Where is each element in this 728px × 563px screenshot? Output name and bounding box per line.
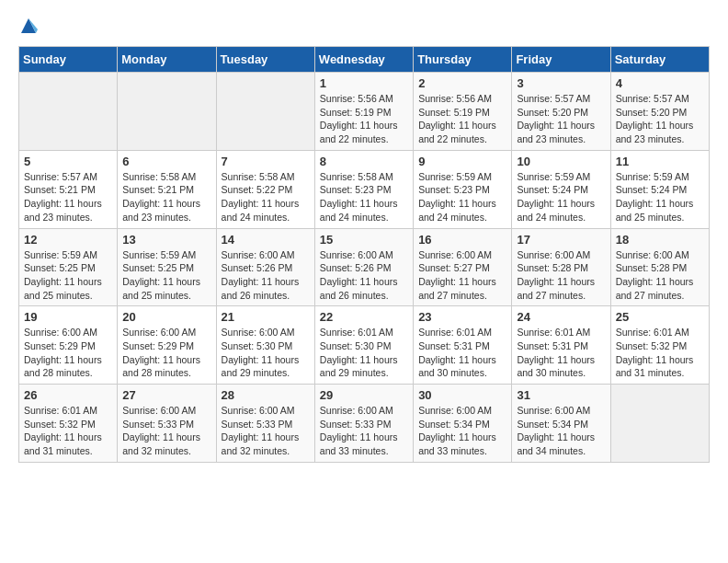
day-number: 13 [122,233,210,247]
calendar-cell [610,385,709,463]
day-info: Sunrise: 5:59 AM Sunset: 5:24 PM Dayligh… [616,170,704,224]
day-info: Sunrise: 6:01 AM Sunset: 5:32 PM Dayligh… [616,326,704,380]
day-info: Sunrise: 6:01 AM Sunset: 5:31 PM Dayligh… [418,326,506,380]
calendar-cell: 16Sunrise: 6:00 AM Sunset: 5:27 PM Dayli… [414,228,512,306]
calendar-cell: 10Sunrise: 5:59 AM Sunset: 5:24 PM Dayli… [512,150,610,228]
day-info: Sunrise: 6:01 AM Sunset: 5:30 PM Dayligh… [320,326,408,380]
day-info: Sunrise: 6:01 AM Sunset: 5:32 PM Dayligh… [24,404,112,458]
calendar-cell: 4Sunrise: 5:57 AM Sunset: 5:20 PM Daylig… [610,73,709,151]
calendar-cell: 1Sunrise: 5:56 AM Sunset: 5:19 PM Daylig… [314,73,413,151]
calendar-cell [216,73,314,151]
day-number: 4 [616,76,704,90]
day-info: Sunrise: 6:00 AM Sunset: 5:27 PM Dayligh… [418,248,506,303]
calendar-cell: 17Sunrise: 6:00 AM Sunset: 5:28 PM Dayli… [512,228,610,306]
day-number: 26 [24,388,112,402]
calendar-cell: 24Sunrise: 6:01 AM Sunset: 5:31 PM Dayli… [512,306,610,385]
day-number: 28 [222,388,310,402]
calendar-cell: 31Sunrise: 6:00 AM Sunset: 5:34 PM Dayli… [512,385,610,463]
calendar-cell: 13Sunrise: 5:59 AM Sunset: 5:25 PM Dayli… [118,228,216,306]
day-info: Sunrise: 6:00 AM Sunset: 5:28 PM Dayligh… [517,248,605,303]
calendar-cell: 15Sunrise: 6:00 AM Sunset: 5:26 PM Dayli… [314,228,413,306]
calendar-cell: 22Sunrise: 6:01 AM Sunset: 5:30 PM Dayli… [314,306,413,385]
day-number: 2 [418,76,506,90]
day-number: 24 [517,310,605,324]
day-info: Sunrise: 6:00 AM Sunset: 5:29 PM Dayligh… [122,326,210,380]
day-info: Sunrise: 5:59 AM Sunset: 5:25 PM Dayligh… [122,248,210,303]
day-number: 14 [222,233,310,247]
calendar-cell: 27Sunrise: 6:00 AM Sunset: 5:33 PM Dayli… [118,385,216,463]
day-number: 22 [320,310,408,324]
calendar-cell: 12Sunrise: 5:59 AM Sunset: 5:25 PM Dayli… [19,228,118,306]
day-info: Sunrise: 6:00 AM Sunset: 5:33 PM Dayligh… [122,404,210,458]
day-number: 21 [222,310,310,324]
day-info: Sunrise: 6:00 AM Sunset: 5:29 PM Dayligh… [24,326,112,380]
weekday-header-tuesday: Tuesday [216,47,314,73]
calendar-cell [118,73,216,151]
day-number: 1 [320,76,408,90]
calendar-cell: 18Sunrise: 6:00 AM Sunset: 5:28 PM Dayli… [610,228,709,306]
day-info: Sunrise: 6:00 AM Sunset: 5:33 PM Dayligh… [320,404,408,458]
calendar-cell: 5Sunrise: 5:57 AM Sunset: 5:21 PM Daylig… [19,150,118,228]
calendar-cell: 2Sunrise: 5:56 AM Sunset: 5:19 PM Daylig… [414,73,512,151]
page-header [18,18,710,37]
day-number: 27 [122,388,210,402]
day-info: Sunrise: 5:56 AM Sunset: 5:19 PM Dayligh… [418,92,506,146]
day-number: 25 [616,310,704,324]
day-number: 8 [320,155,408,168]
day-info: Sunrise: 5:58 AM Sunset: 5:22 PM Dayligh… [222,170,310,224]
calendar-cell: 25Sunrise: 6:01 AM Sunset: 5:32 PM Dayli… [610,306,709,385]
day-info: Sunrise: 6:00 AM Sunset: 5:26 PM Dayligh… [222,248,310,303]
day-info: Sunrise: 5:57 AM Sunset: 5:20 PM Dayligh… [517,92,605,146]
day-info: Sunrise: 6:01 AM Sunset: 5:31 PM Dayligh… [517,326,605,380]
calendar-cell: 11Sunrise: 5:59 AM Sunset: 5:24 PM Dayli… [610,150,709,228]
calendar-cell: 29Sunrise: 6:00 AM Sunset: 5:33 PM Dayli… [314,385,413,463]
day-info: Sunrise: 5:58 AM Sunset: 5:21 PM Dayligh… [122,170,210,224]
calendar-cell [19,73,118,151]
day-info: Sunrise: 5:56 AM Sunset: 5:19 PM Dayligh… [320,92,408,146]
calendar-cell: 9Sunrise: 5:59 AM Sunset: 5:23 PM Daylig… [414,150,512,228]
calendar-cell: 21Sunrise: 6:00 AM Sunset: 5:30 PM Dayli… [216,306,314,385]
day-info: Sunrise: 6:00 AM Sunset: 5:26 PM Dayligh… [320,248,408,303]
day-number: 16 [418,233,506,247]
weekday-header-thursday: Thursday [414,47,512,73]
calendar-cell: 8Sunrise: 5:58 AM Sunset: 5:23 PM Daylig… [314,150,413,228]
calendar-cell: 28Sunrise: 6:00 AM Sunset: 5:33 PM Dayli… [216,385,314,463]
day-number: 31 [517,388,605,402]
calendar-cell: 3Sunrise: 5:57 AM Sunset: 5:20 PM Daylig… [512,73,610,151]
day-info: Sunrise: 5:57 AM Sunset: 5:21 PM Dayligh… [24,170,112,224]
day-number: 12 [24,233,112,247]
day-info: Sunrise: 6:00 AM Sunset: 5:33 PM Dayligh… [222,404,310,458]
day-info: Sunrise: 6:00 AM Sunset: 5:30 PM Dayligh… [222,326,310,380]
logo-icon [19,17,38,37]
day-number: 11 [616,155,704,168]
weekday-header-friday: Friday [512,47,610,73]
calendar-cell: 23Sunrise: 6:01 AM Sunset: 5:31 PM Dayli… [414,306,512,385]
day-number: 7 [222,155,310,168]
weekday-header-saturday: Saturday [610,47,709,73]
day-number: 3 [517,76,605,90]
day-number: 6 [122,155,210,168]
day-info: Sunrise: 6:00 AM Sunset: 5:34 PM Dayligh… [418,404,506,458]
weekday-header-wednesday: Wednesday [314,47,413,73]
day-number: 23 [418,310,506,324]
weekday-header-sunday: Sunday [19,47,118,73]
day-number: 30 [418,388,506,402]
calendar-cell: 14Sunrise: 6:00 AM Sunset: 5:26 PM Dayli… [216,228,314,306]
day-number: 15 [320,233,408,247]
day-info: Sunrise: 6:00 AM Sunset: 5:28 PM Dayligh… [616,248,704,303]
calendar-cell: 7Sunrise: 5:58 AM Sunset: 5:22 PM Daylig… [216,150,314,228]
calendar-table: SundayMondayTuesdayWednesdayThursdayFrid… [18,46,710,463]
day-number: 10 [517,155,605,168]
day-info: Sunrise: 5:58 AM Sunset: 5:23 PM Dayligh… [320,170,408,224]
day-info: Sunrise: 5:57 AM Sunset: 5:20 PM Dayligh… [616,92,704,146]
calendar-cell: 19Sunrise: 6:00 AM Sunset: 5:29 PM Dayli… [19,306,118,385]
day-number: 5 [24,155,112,168]
day-info: Sunrise: 5:59 AM Sunset: 5:23 PM Dayligh… [418,170,506,224]
calendar-cell: 20Sunrise: 6:00 AM Sunset: 5:29 PM Dayli… [118,306,216,385]
day-number: 18 [616,233,704,247]
day-info: Sunrise: 5:59 AM Sunset: 5:25 PM Dayligh… [24,248,112,303]
day-number: 9 [418,155,506,168]
weekday-header-monday: Monday [118,47,216,73]
calendar-cell: 26Sunrise: 6:01 AM Sunset: 5:32 PM Dayli… [19,385,118,463]
day-info: Sunrise: 6:00 AM Sunset: 5:34 PM Dayligh… [517,404,605,458]
